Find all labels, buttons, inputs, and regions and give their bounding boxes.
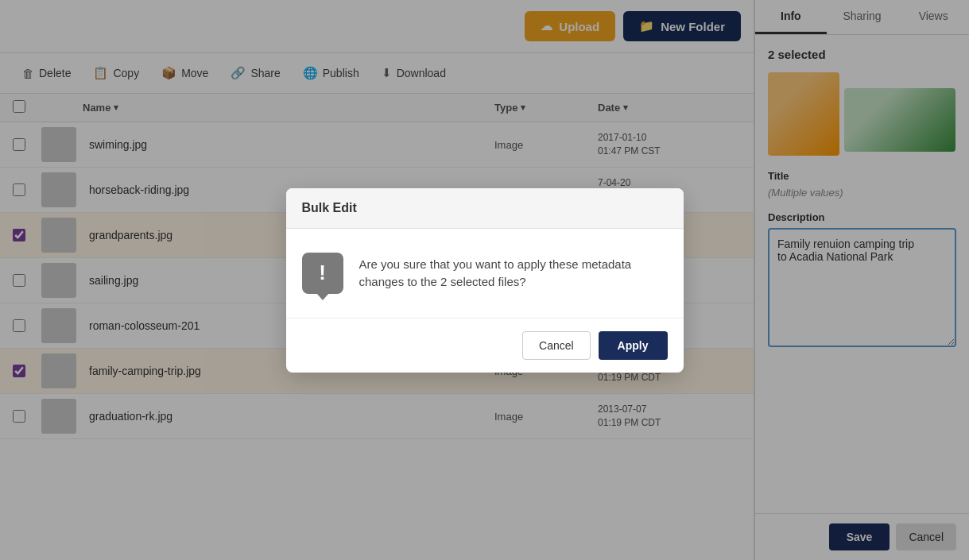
modal-message: Are you sure that you want to apply thes… (359, 253, 668, 292)
modal-warning-icon: ! (302, 253, 343, 294)
modal-apply-button[interactable]: Apply (599, 331, 668, 360)
modal-footer: Cancel Apply (286, 318, 684, 373)
modal-overlay: Bulk Edit ! Are you sure that you want t… (0, 0, 969, 560)
bulk-edit-modal: Bulk Edit ! Are you sure that you want t… (286, 188, 684, 373)
modal-cancel-button[interactable]: Cancel (522, 331, 591, 360)
modal-body: ! Are you sure that you want to apply th… (286, 229, 684, 318)
modal-header: Bulk Edit (286, 188, 684, 229)
